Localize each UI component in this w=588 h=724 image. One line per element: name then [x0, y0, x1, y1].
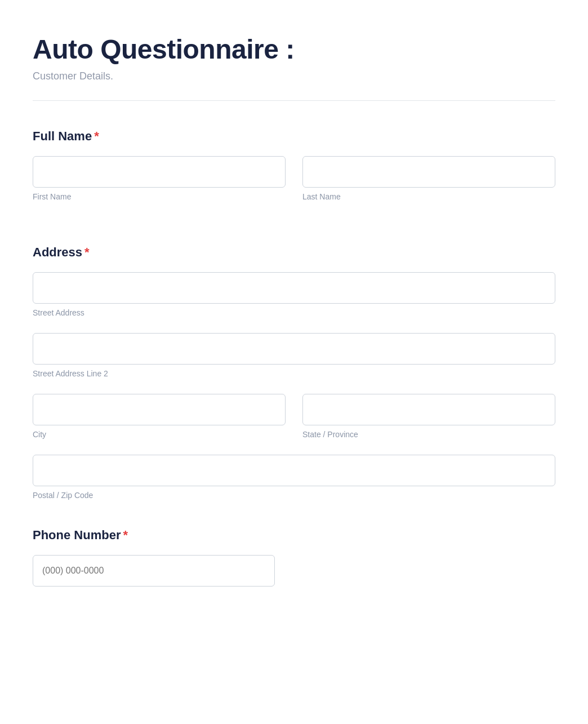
required-indicator: *: [123, 528, 128, 542]
address-section: Address* Street Address Street Address L…: [33, 245, 555, 500]
last-name-input[interactable]: [302, 156, 555, 188]
street-address-group: Street Address: [33, 272, 555, 317]
street-address-line2-helper: Street Address Line 2: [33, 369, 555, 378]
last-name-helper: Last Name: [302, 192, 555, 201]
full-name-label: Full Name*: [33, 129, 555, 144]
city-state-row: City State / Province: [33, 394, 555, 455]
state-province-helper: State / Province: [302, 430, 555, 439]
state-province-group: State / Province: [302, 394, 555, 439]
state-province-input[interactable]: [302, 394, 555, 425]
postal-zip-group: Postal / Zip Code: [33, 455, 555, 500]
street-address-helper: Street Address: [33, 308, 555, 317]
page-title: Auto Questionnaire :: [33, 34, 555, 65]
last-name-group: Last Name: [302, 156, 555, 201]
phone-input[interactable]: [33, 555, 275, 587]
postal-zip-helper: Postal / Zip Code: [33, 491, 555, 500]
street-address-input[interactable]: [33, 272, 555, 304]
city-helper: City: [33, 430, 286, 439]
address-label: Address*: [33, 245, 555, 260]
required-indicator: *: [84, 245, 90, 259]
postal-zip-input[interactable]: [33, 455, 555, 486]
first-name-helper: First Name: [33, 192, 286, 201]
required-indicator: *: [94, 129, 99, 143]
street-address-line2-input[interactable]: [33, 333, 555, 365]
full-name-section: Full Name* First Name Last Name: [33, 129, 555, 217]
phone-group: [33, 555, 275, 591]
street-address-line2-group: Street Address Line 2: [33, 333, 555, 378]
phone-number-section: Phone Number*: [33, 528, 555, 591]
first-name-input[interactable]: [33, 156, 286, 188]
full-name-row: First Name Last Name: [33, 156, 555, 217]
city-input[interactable]: [33, 394, 286, 425]
page-subtitle: Customer Details.: [33, 70, 555, 82]
phone-number-label: Phone Number*: [33, 528, 555, 543]
section-divider: [33, 100, 555, 101]
city-group: City: [33, 394, 286, 439]
first-name-group: First Name: [33, 156, 286, 201]
